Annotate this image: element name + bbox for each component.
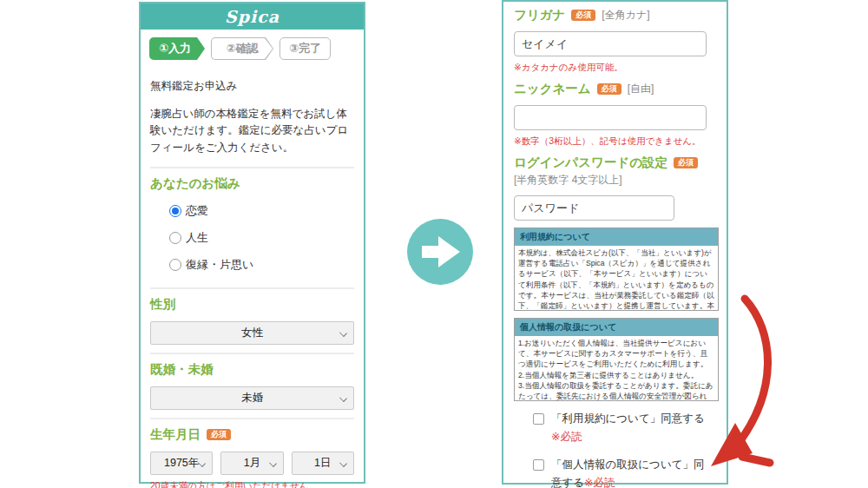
marital-section: 既婚・未婚 未婚 xyxy=(150,353,354,418)
worry-option-love[interactable]: 恋愛 xyxy=(169,203,354,219)
required-badge: 必須 xyxy=(571,10,595,21)
terms-of-service-box: 利用規約について 本規約は、株式会社スピカ(以下、「当社」といいます)が運営する… xyxy=(514,228,719,311)
worry-heading: あなたのお悩み xyxy=(150,175,354,192)
terms-text[interactable]: 本規約は、株式会社スピカ(以下、「当社」といいます)が運営する電話占い「Spic… xyxy=(515,246,718,310)
form-title: 無料鑑定お申込み xyxy=(150,79,354,94)
radio-selected-icon[interactable] xyxy=(169,205,181,217)
step-complete: ③完了 xyxy=(279,37,331,60)
required-badge: 必須 xyxy=(597,83,621,95)
marital-select[interactable]: 未婚 xyxy=(150,386,354,410)
radio-unselected-icon[interactable] xyxy=(169,259,181,271)
nickname-heading: ニックネーム xyxy=(514,81,591,97)
worry-section: あなたのお悩み 恋愛 人生 復縁・片思い xyxy=(150,167,354,287)
chevron-down-icon xyxy=(269,459,277,467)
required-badge: 必須 xyxy=(207,429,231,440)
must-read-note: ※必読 xyxy=(551,431,582,443)
screenshot-stage: Spica ①入力 ②確認 ③完了 無料鑑定お申込み 凄腕占い師の本格鑑定を無料… xyxy=(0,0,868,488)
brand-logo: Spica xyxy=(225,7,279,26)
password-format-note: [半角英数字 4文字以上] xyxy=(514,173,622,188)
agree-terms-label: 「利用規約について」同意する※必読 xyxy=(551,410,711,447)
privacy-policy-box: 個人情報の取扱について 1.お送りいただく個人情報は、当社提供サービスにおいて、… xyxy=(514,318,719,401)
password-section: ログインパスワードの設定 必須 [半角英数字 4文字以上] xyxy=(514,155,716,221)
furigana-section: フリガナ 必須 [全角カナ] ※カタカナのみ使用可能。 xyxy=(514,7,716,74)
form-description: 凄腕占い師の本格鑑定を無料でお試し体験いただけます。鑑定に必要な占いプロフィール… xyxy=(150,106,354,156)
nickname-format-note: [自由] xyxy=(628,82,654,96)
birthdate-section: 生年月日 必須 1975年 1月 1日 xyxy=(150,418,354,488)
must-read-note: ※必読 xyxy=(584,477,615,488)
privacy-title: 個人情報の取扱について xyxy=(515,319,718,336)
birth-year-select[interactable]: 1975年 xyxy=(150,452,213,475)
chevron-down-icon xyxy=(339,329,347,337)
age-restriction-note: 20歳未満の方はご利用いただけません。 xyxy=(150,480,354,488)
agree-privacy-row[interactable]: 「個人情報の取扱について」同意する※必読 xyxy=(533,456,711,488)
signup-form-screen-1: Spica ①入力 ②確認 ③完了 無料鑑定お申込み 凄腕占い師の本格鑑定を無料… xyxy=(139,2,365,484)
radio-unselected-icon[interactable] xyxy=(169,232,181,244)
birth-day-select[interactable]: 1日 xyxy=(292,452,354,475)
chevron-down-icon xyxy=(339,459,347,467)
agree-privacy-checkbox[interactable] xyxy=(533,459,544,471)
furigana-input[interactable] xyxy=(514,31,707,56)
nickname-section: ニックネーム 必須 [自由] ※数字（3桁以上）、記号は使用できません。 xyxy=(514,81,716,148)
gender-heading: 性別 xyxy=(150,296,354,313)
gender-select[interactable]: 女性 xyxy=(150,321,354,345)
worry-option-life[interactable]: 人生 xyxy=(169,230,354,246)
signup-form-screen-2: フリガナ 必須 [全角カナ] ※カタカナのみ使用可能。 ニックネーム 必須 [自… xyxy=(502,0,728,485)
agree-terms-row[interactable]: 「利用規約について」同意する※必読 xyxy=(533,410,711,447)
agree-terms-checkbox[interactable] xyxy=(533,413,544,425)
terms-title: 利用規約について xyxy=(515,228,718,246)
birth-month-select[interactable]: 1月 xyxy=(220,452,283,475)
furigana-rule-note: ※カタカナのみ使用可能。 xyxy=(514,62,716,74)
required-badge: 必須 xyxy=(674,157,698,168)
password-heading: ログインパスワードの設定 xyxy=(514,155,667,171)
step-confirm: ②確認 xyxy=(211,37,273,60)
privacy-text[interactable]: 1.お送りいただく個人情報は、当社提供サービスにおいて、本サービスに関するカスタ… xyxy=(515,336,718,400)
agree-privacy-label: 「個人情報の取扱について」同意する※必読 xyxy=(551,456,711,488)
password-input[interactable] xyxy=(514,195,674,221)
chevron-down-icon xyxy=(198,459,206,467)
gender-section: 性別 女性 xyxy=(150,287,354,353)
worry-option-reunion[interactable]: 復縁・片思い xyxy=(169,257,354,273)
furigana-format-note: [全角カナ] xyxy=(602,8,649,23)
marital-heading: 既婚・未婚 xyxy=(150,361,354,378)
nickname-rule-note: ※数字（3桁以上）、記号は使用できません。 xyxy=(514,135,716,148)
progress-steps: ①入力 ②確認 ③完了 xyxy=(141,30,364,69)
app-header: Spica xyxy=(141,3,364,30)
birthdate-heading: 生年月日 xyxy=(150,426,201,443)
chevron-down-icon xyxy=(339,394,347,402)
step-input-active: ①入力 xyxy=(149,37,205,60)
proceed-arrow-icon xyxy=(407,219,473,285)
nickname-input[interactable] xyxy=(514,105,707,130)
furigana-heading: フリガナ xyxy=(514,7,565,23)
